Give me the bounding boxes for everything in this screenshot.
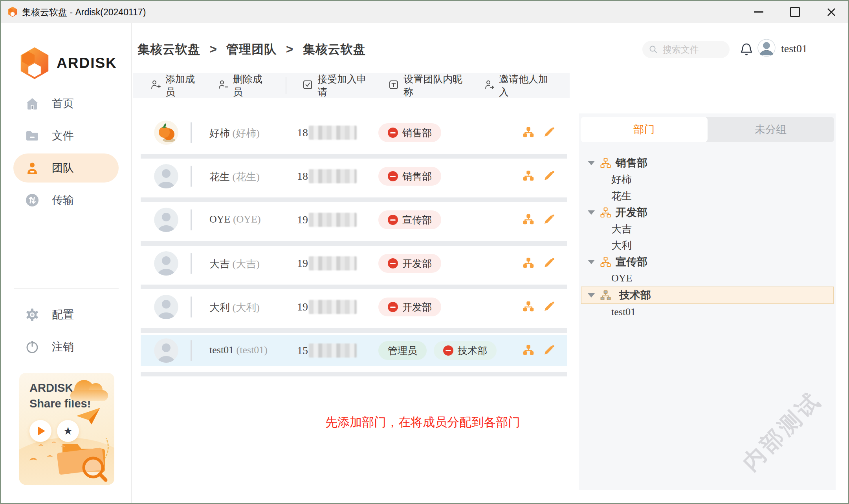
department-tree: 销售部 好柿 花生 开发部 大吉 大利 宣传部 OYE 技术部 test01 [579,155,836,320]
expander-triangle-icon[interactable] [588,293,595,298]
remove-minus-icon[interactable] [388,171,398,181]
member-phone: 19 [297,256,357,270]
edit-member-icon[interactable] [543,257,555,269]
member-row[interactable]: 花生 (花生) 18 销售部 [141,161,567,192]
tree-member-row[interactable]: OYE [579,270,836,287]
assign-department-icon[interactable] [523,126,534,138]
user-avatar[interactable] [757,39,776,57]
app-window: 集核云软盘 - Ardisk(20240117) ARDISK 首页 文件 团队… [0,0,849,504]
tab-部门[interactable]: 部门 [581,117,708,142]
member-row[interactable]: test01 (test01) 15 管理员 技术部 [141,335,567,366]
member-row[interactable]: OYE (OYE) 19 宣传部 [141,204,567,236]
sidebar-item-label: 团队 [52,161,74,175]
remove-member-button[interactable]: 删除成员 [218,73,270,99]
expander-triangle-icon[interactable] [588,161,595,165]
panel-tabs: 部门未分组 [581,117,834,142]
minimize-button[interactable] [747,1,770,23]
files-icon [24,128,40,144]
cloud-illustration [70,379,108,401]
assign-department-icon[interactable] [523,344,534,356]
org-chart-icon [600,257,611,267]
remove-minus-icon[interactable] [443,345,453,356]
accept-request-button[interactable]: 接受加入申请 [302,73,372,99]
tree-member-name: 花生 [611,189,632,203]
tree-member-row[interactable]: 好柿 [579,171,836,188]
tree-member-row[interactable]: 花生 [579,188,836,204]
tree-member-row[interactable]: 大利 [579,237,836,254]
search-input[interactable] [662,44,722,55]
member-name: 大吉 (大吉) [209,257,260,271]
edit-member-icon[interactable] [543,126,555,138]
member-badges: 销售部 [378,167,441,186]
tree-member-row[interactable]: test01 [579,304,836,320]
add-member-button[interactable]: 添加成员 [150,73,202,99]
assign-department-icon[interactable] [523,301,534,312]
edit-member-icon[interactable] [543,301,555,312]
accept-request-icon [302,79,317,92]
expander-triangle-icon[interactable] [588,260,595,264]
member-badges: 销售部 [378,123,441,142]
remove-minus-icon[interactable] [388,128,398,138]
maximize-button[interactable] [783,1,807,23]
edit-member-icon[interactable] [543,344,555,356]
row-separator [141,328,567,333]
department-badge: 开发部 [378,254,441,273]
set-nickname-icon [388,79,403,92]
row-divider [191,166,192,187]
remove-minus-icon[interactable] [388,215,398,225]
org-chart-icon [600,290,611,301]
sidebar-item-transfer[interactable]: 传输 [13,186,119,215]
member-row[interactable]: 好柿 (好柿) 18 销售部 [141,117,567,148]
sidebar-item-team[interactable]: 团队 [13,153,119,183]
sidebar-item-settings[interactable]: 配置 [13,300,119,329]
toolbar-button-label: 邀请他人加入 [499,73,554,99]
member-name: 好柿 (好柿) [209,126,260,140]
member-list: 好柿 (好柿) 18 销售部 花生 (花生) 18 [141,117,567,378]
phone-blur [309,343,357,358]
brand-logo-icon [17,46,52,80]
assign-department-icon[interactable] [523,257,534,269]
tree-department-row[interactable]: 销售部 [579,155,836,171]
sidebar-footer-nav: 配置 注销 [13,300,119,365]
sidebar: ARDISK 首页 文件 团队 传输 配置 注销 ARDISK Share fi… [1,23,132,503]
sidebar-item-files[interactable]: 文件 [13,121,119,150]
remove-minus-icon[interactable] [388,258,398,268]
invite-others-icon [484,79,499,92]
invite-others-button[interactable]: 邀请他人加入 [484,73,554,99]
row-divider [191,296,192,318]
member-badges: 宣传部 [378,210,441,229]
breadcrumb-item[interactable]: 集核云软盘 [138,42,200,56]
member-row[interactable]: 大吉 (大吉) 19 开发部 [141,248,567,279]
tree-member-row[interactable]: 大吉 [579,221,836,237]
sidebar-item-logout[interactable]: 注销 [13,332,119,362]
tree-department-row[interactable]: 开发部 [579,204,836,221]
badge-label: 管理员 [388,344,417,357]
tree-department-row[interactable]: 技术部 [581,287,834,304]
close-button[interactable] [820,1,843,23]
breadcrumb-item[interactable]: 管理团队 [226,42,277,56]
member-avatar [154,208,178,232]
tree-department-row[interactable]: 宣传部 [579,254,836,270]
add-member-icon [150,79,165,92]
member-name: OYE (OYE) [209,214,261,225]
member-row[interactable]: 大利 (大利) 19 开发部 [141,291,567,323]
breadcrumb-item[interactable]: 集核云软盘 [303,42,366,56]
assign-department-icon[interactable] [523,170,534,182]
brand-logo: ARDISK [17,46,117,80]
notification-bell-icon[interactable] [739,41,754,58]
remove-minus-icon[interactable] [388,302,398,312]
edit-member-icon[interactable] [543,170,555,182]
org-chart-icon [600,207,611,218]
sidebar-item-home[interactable]: 首页 [13,89,119,118]
assign-department-icon[interactable] [523,214,534,225]
tab-未分组[interactable]: 未分组 [708,117,834,142]
edit-member-icon[interactable] [543,214,555,225]
expander-triangle-icon[interactable] [588,210,595,215]
remove-member-icon [218,79,233,92]
row-divider [191,122,192,143]
member-nickname: (test01) [237,344,268,356]
set-nickname-button[interactable]: 设置团队内昵称 [388,73,468,99]
row-separator [141,285,567,289]
row-divider [191,340,192,361]
toolbar-button-label: 设置团队内昵称 [403,73,468,99]
